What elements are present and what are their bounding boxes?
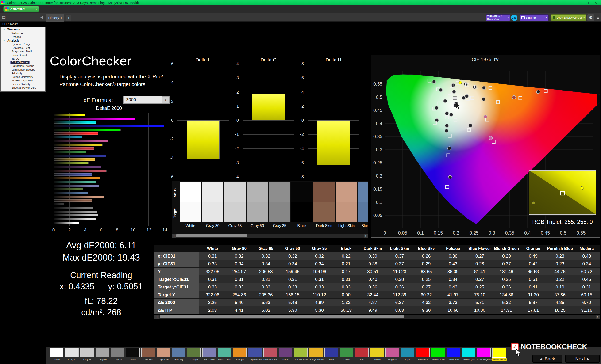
patch-label: Gray 35	[110, 358, 125, 361]
sidebar-item-dynamic-range[interactable]: Dynamic Range	[1, 42, 45, 46]
y-axis-tick-label: 0.1	[376, 200, 382, 205]
swatch-scrollbar[interactable]: ◂▸	[172, 234, 368, 238]
scroll-thumb[interactable]	[176, 234, 247, 237]
tree-caret-icon[interactable]: ▾	[3, 28, 5, 32]
sidebar-collapse-up-icon[interactable]: ⌃	[42, 22, 45, 26]
menu-icon[interactable]: ≡	[595, 14, 601, 21]
sidebar-item-grayscale-multi[interactable]: Grayscale - Multi	[1, 50, 45, 53]
scroll-right-arrow[interactable]: ▸	[596, 315, 600, 319]
patch-button-dark-skin[interactable]: Dark Skin	[141, 348, 156, 364]
sidebar-item-additivity[interactable]: Additivity	[1, 72, 45, 75]
scroll-left-arrow[interactable]: ◂	[154, 315, 159, 319]
table-cell: 0.32	[279, 252, 306, 260]
sidebar-item-label: ColorChecker	[10, 61, 30, 64]
sidebar-item-welcome[interactable]: ▾Welcome	[1, 28, 45, 32]
y-axis-tick-label: -6	[165, 174, 173, 179]
table-cell: 85.68	[520, 268, 547, 275]
sidebar-collapse-icon[interactable]: ◀	[40, 15, 43, 19]
deltae-bar-blue-flower	[54, 185, 99, 187]
deltae-bar-white	[54, 222, 79, 224]
patch-button-green[interactable]: Green	[339, 348, 354, 364]
patch-button-orange-yellow[interactable]: Orange Yellow	[309, 348, 324, 364]
patch-button-100-cyan[interactable]: 100% Cyan	[461, 348, 476, 364]
patch-button-yellow[interactable]: Yellow	[370, 348, 385, 364]
patch-button-gray-35[interactable]: Gray 35	[110, 348, 125, 364]
y-axis-tick-label: 0.5	[376, 95, 382, 100]
reading-count-badge[interactable]: 233	[511, 15, 517, 21]
patch-button-gray-80[interactable]: Gray 80	[65, 348, 80, 364]
swatch-column-gray-35: Gray 35	[269, 182, 290, 232]
patch-button-white[interactable]: White	[49, 348, 64, 364]
patch-swatch	[65, 348, 79, 357]
scroll-thumb[interactable]	[160, 315, 404, 318]
de-formula-label: dE Formula:	[84, 97, 113, 104]
patch-button-moderate-red[interactable]: Moderate Red	[263, 348, 278, 364]
close-button[interactable]: ✕	[592, 0, 600, 5]
patch-button-blue-flower[interactable]: Blue Flower	[202, 348, 217, 364]
sidebar-item-options[interactable]: Options	[1, 35, 45, 39]
patch-button-100-magenta[interactable]: 100% Magenta	[477, 348, 491, 364]
sidebar-item-color-gamut[interactable]: Color Gamut	[1, 53, 45, 57]
sidebar-item-label: Grayscale - 2pt	[11, 47, 30, 49]
minimize-button[interactable]: ─	[575, 0, 583, 5]
patch-button-bluish-green[interactable]: Bluish Green	[217, 348, 232, 364]
sidebar-item-label: Welcome	[11, 32, 23, 35]
sidebar-item-luminance-sweeps[interactable]: Luminance Sweeps	[1, 68, 45, 72]
row-label: ΔE 2000	[154, 298, 199, 306]
tree-caret-icon[interactable]: ▾	[3, 39, 5, 43]
sidebar-item-analysis[interactable]: ▾Analysis	[1, 39, 45, 43]
scroll-left-arrow[interactable]: ◂	[172, 234, 176, 238]
sidebar-item-3d-lut[interactable]: 3D LUT	[1, 57, 45, 61]
patch-button-purple[interactable]: Purple	[278, 348, 293, 364]
patch-button-100-red[interactable]: 100% Red	[416, 348, 431, 364]
settings-gear-icon[interactable]: ⚙	[587, 14, 594, 21]
patch-button-blue-sky[interactable]: Blue Sky	[171, 348, 186, 364]
patch-button-foliage[interactable]: Foliage	[187, 348, 202, 364]
patch-button-gray-65[interactable]: Gray 65	[80, 348, 95, 364]
y-axis-tick-label: 0.35	[373, 134, 382, 139]
table-cell: 91.30	[520, 291, 547, 298]
patch-button-magenta[interactable]: Magenta	[385, 348, 400, 364]
window-title: Calman 2025 Calman Ultimate for Business…	[7, 1, 139, 5]
app-root: Calman 2025 Calman Ultimate for Business…	[0, 0, 601, 364]
patch-button-100-yellow[interactable]: 100% Yellow	[492, 348, 507, 364]
deltae-bar-orange	[54, 177, 100, 179]
patch-button-red[interactable]: Red	[354, 348, 370, 364]
calman-menu-button[interactable]: calman ▾	[3, 6, 39, 12]
column-header-gray-65: Gray 65	[253, 245, 279, 252]
sidebar-item-saturation-sweeps[interactable]: Saturation Sweeps	[1, 64, 45, 68]
scroll-right-arrow[interactable]: ▸	[364, 234, 368, 238]
add-tab-button[interactable]: +	[66, 15, 71, 21]
maximize-button[interactable]: ▢	[583, 0, 592, 5]
tab-history-1[interactable]: History 1	[46, 14, 64, 22]
sidebar-item-grayscale-2pt[interactable]: Grayscale - 2pt	[1, 46, 45, 50]
patch-button-light-skin[interactable]: Light Skin	[156, 348, 171, 364]
sidebar-item-screen-angularity[interactable]: Screen Angularity	[1, 79, 45, 83]
sidebar-item-welcome[interactable]: Welcome	[1, 32, 45, 35]
meter-button[interactable]: X-Rite i1Pro 2 Direct View ▾	[486, 14, 510, 21]
patch-button-orange[interactable]: Orange	[232, 348, 247, 364]
patch-button-100-blue[interactable]: 100% Blue	[446, 348, 461, 364]
patch-button-gray-50[interactable]: Gray 50	[95, 348, 110, 364]
sidebar-item-screen-uniformity[interactable]: Screen Uniformity	[1, 75, 45, 79]
sidebar-item-colorchecker[interactable]: ColorChecker	[1, 61, 45, 65]
de-formula-dropdown[interactable]: 2000 ▾	[123, 96, 170, 104]
patch-button-100-green[interactable]: 100% Green	[431, 348, 446, 364]
panel-toggle-icon[interactable]: ▤	[2, 15, 6, 20]
back-button[interactable]: ◀ Back	[532, 355, 562, 363]
patch-button-purplish-blue[interactable]: Purplish Blue	[248, 348, 263, 364]
source-button[interactable]: Source ▾	[520, 14, 549, 21]
sidebar-item-screen-stability[interactable]: Screen Stability	[1, 83, 45, 86]
patch-button-blue[interactable]: Blue	[324, 348, 339, 364]
next-button[interactable]: Next ▶	[565, 355, 600, 363]
patch-button-yellow-green[interactable]: Yellow Green	[293, 348, 309, 364]
table-cell: 0.43	[440, 283, 466, 291]
delta-l-title: Delta L	[177, 57, 229, 63]
patch-button-black[interactable]: Black	[126, 348, 141, 364]
deltae-bar-light-skin	[54, 196, 104, 198]
table-scrollbar[interactable]: ◂▸	[154, 315, 600, 319]
sidebar-item-spectral-power-dist-[interactable]: Spectral Power Dist.	[1, 86, 45, 90]
patch-button-cyan[interactable]: Cyan	[400, 348, 415, 364]
direct-display-control-button[interactable]: Direct Display Control ▾	[551, 14, 586, 21]
deltae-bar-blue	[54, 155, 106, 157]
